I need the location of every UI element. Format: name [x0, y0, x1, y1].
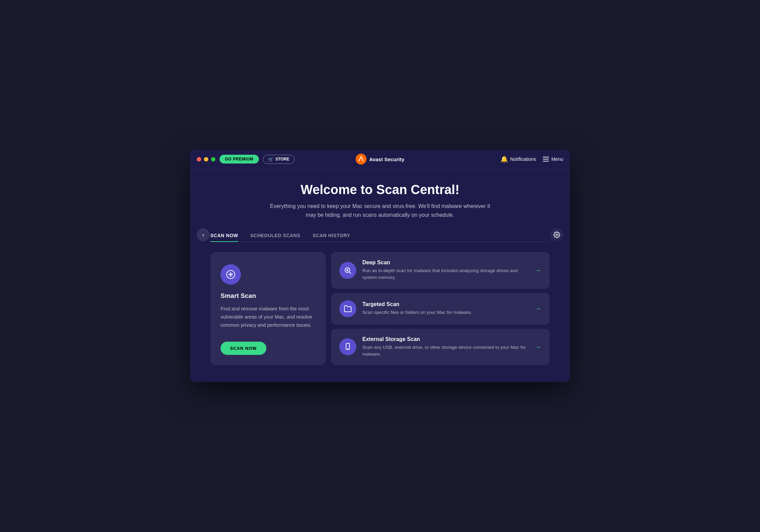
menu-button[interactable]: Menu — [543, 156, 563, 162]
external-storage-arrow-icon: → — [535, 343, 542, 351]
svg-point-1 — [556, 234, 558, 236]
app-name-label: Avast Security — [369, 156, 404, 162]
settings-button[interactable] — [550, 228, 563, 241]
smart-scan-title: Smart Scan — [221, 292, 316, 300]
smart-scan-icon-wrap — [221, 264, 241, 285]
titlebar: GO PREMIUM 🛒 STORE Avast Security 🔔 Noti… — [190, 150, 570, 169]
close-dot[interactable] — [197, 157, 201, 162]
window-controls — [197, 157, 215, 162]
notifications-label: Notifications — [510, 156, 536, 162]
external-storage-scan-icon — [344, 343, 352, 351]
bell-icon: 🔔 — [500, 155, 508, 163]
notifications-button[interactable]: 🔔 Notifications — [500, 155, 536, 163]
tabs-bar: SCAN NOW SCHEDULED SCANS SCAN HISTORY — [210, 229, 550, 242]
deep-scan-description: Run an in-depth scan for malware that in… — [362, 267, 529, 281]
targeted-scan-icon — [344, 305, 352, 313]
deep-scan-title: Deep Scan — [362, 260, 529, 266]
titlebar-right: 🔔 Notifications Menu — [500, 155, 563, 163]
go-premium-button[interactable]: GO PREMIUM — [220, 155, 259, 164]
scan-now-button[interactable]: SCAN NOW — [221, 342, 266, 355]
cart-icon: 🛒 — [268, 157, 273, 162]
scan-items-list: Deep Scan Run an in-depth scan for malwa… — [331, 252, 550, 365]
back-button[interactable]: ‹ — [197, 228, 210, 241]
titlebar-center: Avast Security — [356, 154, 404, 165]
tab-scan-now[interactable]: SCAN NOW — [210, 229, 238, 242]
page-header: Welcome to Scan Central! Everything you … — [210, 183, 550, 219]
hamburger-icon — [543, 157, 549, 162]
store-button[interactable]: 🛒 STORE — [263, 155, 294, 164]
external-storage-scan-icon-wrap — [339, 338, 356, 355]
targeted-scan-description: Scan specific files or folders on your M… — [362, 309, 529, 316]
external-storage-content: External Storage Scan Scan any USB, exte… — [362, 336, 529, 358]
deep-scan-icon — [344, 266, 352, 274]
tab-scheduled-scans[interactable]: SCHEDULED SCANS — [250, 229, 301, 242]
app-window: GO PREMIUM 🛒 STORE Avast Security 🔔 Noti… — [190, 150, 570, 382]
external-storage-scan-item[interactable]: External Storage Scan Scan any USB, exte… — [331, 329, 550, 365]
targeted-scan-title: Targeted Scan — [362, 301, 529, 307]
menu-label: Menu — [551, 156, 563, 162]
gear-icon — [553, 231, 560, 238]
page-title: Welcome to Scan Central! — [210, 183, 550, 197]
tab-scan-history[interactable]: SCAN HISTORY — [312, 229, 350, 242]
smart-scan-icon — [226, 269, 236, 280]
smart-scan-description: Find and remove malware from the most vu… — [221, 305, 316, 331]
page-subtitle: Everything you need to keep your Mac sec… — [265, 202, 495, 219]
external-storage-title: External Storage Scan — [362, 336, 529, 342]
minimize-dot[interactable] — [204, 157, 208, 162]
titlebar-left: GO PREMIUM 🛒 STORE — [197, 155, 294, 164]
targeted-scan-icon-wrap — [339, 300, 356, 317]
deep-scan-content: Deep Scan Run an in-depth scan for malwa… — [362, 260, 529, 281]
targeted-scan-content: Targeted Scan Scan specific files or fol… — [362, 301, 529, 316]
scan-grid: Smart Scan Find and remove malware from … — [210, 252, 550, 365]
deep-scan-arrow-icon: → — [535, 266, 542, 274]
targeted-scan-item[interactable]: Targeted Scan Scan specific files or fol… — [331, 293, 550, 325]
smart-scan-card: Smart Scan Find and remove malware from … — [210, 252, 326, 365]
targeted-scan-arrow-icon: → — [535, 305, 542, 312]
deep-scan-item[interactable]: Deep Scan Run an in-depth scan for malwa… — [331, 252, 550, 289]
main-content: ‹ Welcome to Scan Central! Everything yo… — [190, 169, 570, 382]
svg-line-6 — [349, 272, 351, 273]
avast-logo-icon — [356, 154, 366, 165]
external-storage-description: Scan any USB, external drive, or other s… — [362, 344, 529, 358]
maximize-dot[interactable] — [211, 157, 215, 162]
deep-scan-icon-wrap — [339, 262, 356, 279]
